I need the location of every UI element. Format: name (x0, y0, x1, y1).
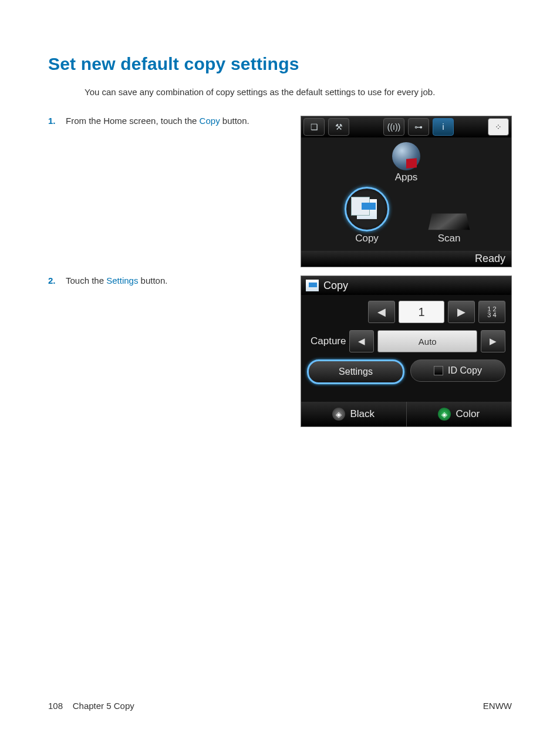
intro-text: You can save any combination of copy set… (85, 87, 512, 97)
apps-button[interactable]: Apps (392, 142, 420, 183)
apps-label: Apps (392, 172, 420, 183)
page-footer: 108 Chapter 5 Copy ENWW (48, 701, 512, 711)
start-color-button[interactable]: ◈ Color (406, 402, 512, 426)
start-black-icon: ◈ (332, 408, 345, 421)
copies-decrement-button[interactable]: ◀ (368, 301, 395, 323)
scan-label: Scan (430, 233, 468, 244)
copy-title-bar: Copy (301, 276, 511, 295)
language-code: ENWW (483, 701, 512, 711)
capture-next-button[interactable]: ▶ (481, 330, 505, 352)
copies-increment-button[interactable]: ▶ (448, 301, 475, 323)
step-highlight: Settings (106, 275, 138, 285)
step-post: button. (220, 116, 249, 126)
copy-title-icon (306, 280, 319, 291)
start-black-button[interactable]: ◈ Black (301, 402, 406, 426)
network-icon[interactable]: ⊶ (408, 118, 429, 136)
wireless-icon[interactable]: ((ı)) (383, 118, 404, 136)
home-top-bar: ❏ ⚒ ((ı)) ⊶ i ⁘ (301, 116, 511, 137)
id-copy-label: ID Copy (448, 365, 482, 376)
step-text: Touch the Settings button. (66, 275, 301, 285)
start-color-icon: ◈ (438, 408, 451, 421)
step-2: 2. Touch the Settings button. Copy ◀ 1 ▶… (48, 275, 512, 427)
capture-prev-button[interactable]: ◀ (349, 330, 374, 352)
black-label: Black (350, 408, 375, 420)
document-icon[interactable]: ❏ (303, 118, 325, 136)
apps-icon (392, 142, 420, 170)
tools-icon[interactable]: ⚒ (328, 118, 349, 136)
id-copy-button[interactable]: ID Copy (410, 359, 505, 382)
capture-label: Capture (307, 335, 346, 347)
step-pre: From the Home screen, touch the (66, 116, 200, 126)
scan-icon (430, 210, 468, 231)
step-number: 1. (48, 116, 66, 126)
step-post: button. (138, 275, 167, 285)
copies-value[interactable]: 1 (399, 301, 444, 323)
capture-mode-value[interactable]: Auto (377, 330, 477, 352)
step-1: 1. From the Home screen, touch the Copy … (48, 116, 512, 267)
settings-button[interactable]: Settings (307, 359, 404, 384)
status-ready: Ready (301, 251, 511, 267)
copy-button[interactable]: Copy (345, 187, 389, 244)
id-copy-icon (434, 366, 443, 375)
step-number: 2. (48, 275, 66, 285)
page-heading: Set new default copy settings (48, 54, 512, 74)
step-highlight: Copy (200, 116, 220, 126)
scan-button[interactable]: Scan (430, 210, 468, 244)
copy-settings-screenshot: Copy ◀ 1 ▶ 1 2 3 4 Capture ◀ Auto ▶ Sett… (301, 275, 512, 427)
step-text: From the Home screen, touch the Copy but… (66, 116, 301, 126)
home-screenshot: ❏ ⚒ ((ı)) ⊶ i ⁘ Apps Copy (301, 116, 512, 267)
color-label: Color (456, 408, 480, 420)
copy-label: Copy (345, 233, 389, 244)
copy-icon (345, 187, 389, 231)
step-pre: Touch the (66, 275, 106, 285)
chapter-label: Chapter 5 Copy (73, 701, 134, 711)
info-icon[interactable]: i (433, 118, 454, 136)
supplies-icon[interactable]: ⁘ (488, 118, 509, 136)
page-number: 108 (48, 701, 63, 711)
copy-title: Copy (323, 280, 348, 292)
layout-icon[interactable]: 1 2 3 4 (478, 301, 505, 323)
settings-label: Settings (339, 367, 373, 377)
